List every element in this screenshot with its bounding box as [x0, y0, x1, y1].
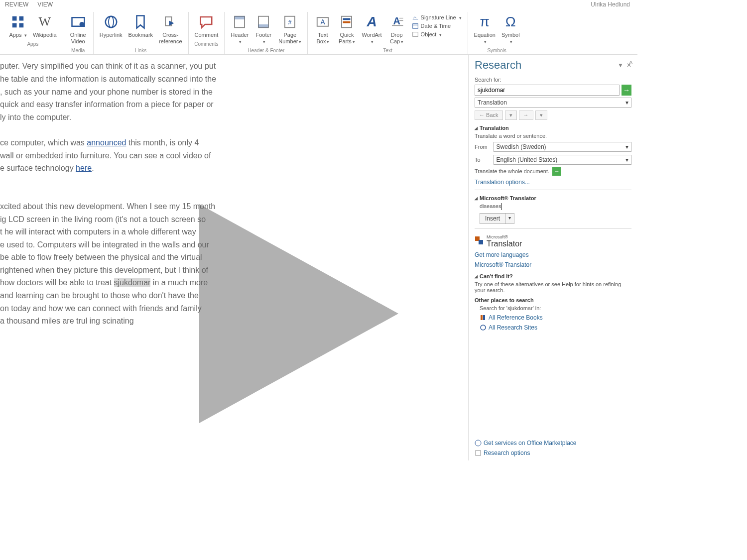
svg-point-7 — [109, 16, 114, 28]
forward-button[interactable]: → — [519, 111, 533, 120]
svg-rect-3 — [19, 23, 24, 28]
svg-rect-29 — [481, 315, 483, 320]
group-apps: Apps W Wikipedia Apps — [3, 12, 63, 54]
svg-rect-2 — [12, 23, 17, 28]
wikipedia-button[interactable]: W Wikipedia — [30, 12, 60, 39]
signature-line-button[interactable]: Signature Line — [412, 14, 462, 21]
insert-dropdown[interactable]: ▾ — [505, 213, 514, 224]
quickparts-button[interactable]: QuickParts — [335, 12, 359, 46]
hyperlink-button[interactable]: Hyperlink — [97, 12, 125, 46]
footer-button[interactable]: Footer — [251, 12, 275, 46]
date-time-button[interactable]: Date & Time — [412, 22, 462, 29]
panel-menu-icon[interactable]: ▼ — [618, 62, 623, 69]
comment-icon — [197, 13, 215, 31]
more-languages-link[interactable]: Get more languages — [475, 251, 631, 258]
quickparts-icon — [338, 13, 356, 31]
research-options-link[interactable]: Research options — [475, 449, 631, 456]
text-stack: Signature Line Date & Time Object — [409, 12, 465, 46]
to-select[interactable]: English (United States)▾ — [494, 155, 631, 165]
books-icon — [480, 314, 487, 321]
group-comments: Comment Comments — [189, 12, 225, 54]
equation-button[interactable]: π Equation — [471, 12, 498, 46]
svg-point-6 — [105, 16, 117, 28]
back-button[interactable]: ← Back — [475, 111, 503, 120]
collapse-ribbon-icon[interactable]: ^ — [629, 60, 632, 68]
group-media: OnlineVideo Media — [63, 12, 94, 54]
svg-rect-28 — [479, 240, 483, 244]
research-panel: Research ▼✕ Search for: → Translation▾ ←… — [468, 55, 637, 460]
translate-doc-button[interactable]: → — [552, 167, 561, 176]
group-header-footer: Header Footer # PageNumber Header & Foot… — [225, 12, 308, 54]
sites-icon — [480, 324, 487, 331]
search-go-button[interactable]: → — [622, 85, 631, 96]
ribbon-tabs: REVIEW VIEW — [0, 0, 637, 9]
apps-button[interactable]: Apps — [6, 12, 30, 39]
document-area[interactable]: puter. Very simplified you can think of … — [0, 55, 468, 460]
translator-logo: Microsoft®Translator — [475, 233, 631, 248]
svg-rect-30 — [483, 315, 485, 320]
tab-view[interactable]: VIEW — [37, 1, 53, 8]
selected-word: sjukdomar — [114, 278, 151, 287]
page-number-icon: # — [281, 13, 299, 31]
svg-text:A: A — [393, 15, 400, 26]
textbox-button[interactable]: A TextBox — [311, 12, 335, 46]
dropcap-icon: A — [388, 13, 406, 31]
object-button[interactable]: Object — [412, 31, 462, 38]
marketplace-link[interactable]: Get services on Office Marketplace — [475, 440, 631, 447]
bookmark-button[interactable]: Bookmark — [125, 12, 156, 46]
group-links: Hyperlink Bookmark Cross-reference Links — [94, 12, 189, 54]
all-research-sites-link[interactable]: All Research Sites — [480, 324, 631, 331]
marketplace-icon — [475, 440, 482, 447]
link-announced[interactable]: announced — [87, 138, 126, 147]
svg-rect-26 — [412, 32, 418, 37]
search-input[interactable] — [475, 85, 620, 96]
online-video-button[interactable]: OnlineVideo — [66, 12, 90, 46]
translation-result: diseases — [480, 203, 631, 210]
hyperlink-icon — [102, 13, 120, 31]
ribbon: Apps W Wikipedia Apps OnlineVideo Media … — [0, 9, 637, 55]
crossref-icon — [161, 13, 179, 31]
comment-button[interactable]: Comment — [192, 12, 222, 39]
svg-rect-33 — [476, 450, 481, 455]
header-button[interactable]: Header — [228, 12, 251, 46]
from-select[interactable]: Swedish (Sweden)▾ — [494, 142, 631, 152]
insert-button[interactable]: Insert — [480, 213, 505, 224]
apps-icon — [9, 13, 27, 31]
header-icon — [231, 13, 249, 31]
wordart-button[interactable]: A WordArt — [359, 12, 384, 46]
svg-rect-18 — [343, 18, 351, 20]
translation-section[interactable]: Translation — [475, 125, 631, 131]
back-dd[interactable]: ▾ — [505, 111, 517, 120]
svg-point-32 — [475, 440, 481, 446]
svg-rect-0 — [12, 16, 17, 21]
translator-section[interactable]: Microsoft® Translator — [475, 195, 631, 201]
options-icon — [475, 449, 482, 456]
all-reference-books-link[interactable]: All Reference Books — [480, 314, 631, 321]
group-symbols: π Equation Ω Symbol Symbols — [468, 12, 526, 54]
bookmark-icon — [131, 13, 149, 31]
svg-point-31 — [481, 325, 486, 330]
symbol-icon: Ω — [501, 13, 519, 31]
tab-review[interactable]: REVIEW — [5, 1, 28, 8]
text-cursor-icon — [501, 203, 501, 210]
svg-rect-12 — [258, 24, 268, 27]
wikipedia-icon: W — [36, 13, 54, 31]
wordart-icon: A — [363, 13, 381, 31]
svg-rect-10 — [235, 16, 245, 19]
translation-options-link[interactable]: Translation options... — [475, 179, 631, 186]
svg-rect-24 — [412, 24, 418, 29]
cant-find-section[interactable]: Can't find it? — [475, 273, 631, 279]
dropcap-button[interactable]: A DropCap — [385, 12, 409, 46]
equation-icon: π — [476, 13, 494, 31]
user-name[interactable]: Ulrika Hedlund — [591, 1, 630, 8]
forward-dd[interactable]: ▾ — [535, 111, 547, 120]
service-select[interactable]: Translation▾ — [475, 98, 631, 108]
crossref-button[interactable]: Cross-reference — [156, 12, 185, 46]
video-icon — [69, 13, 87, 31]
symbol-button[interactable]: Ω Symbol — [498, 12, 523, 46]
ms-translator-link[interactable]: Microsoft® Translator — [475, 261, 631, 268]
search-label: Search for: — [475, 77, 631, 83]
svg-text:A: A — [321, 18, 326, 26]
link-here[interactable]: here — [76, 164, 92, 172]
page-number-button[interactable]: # PageNumber — [275, 12, 304, 46]
